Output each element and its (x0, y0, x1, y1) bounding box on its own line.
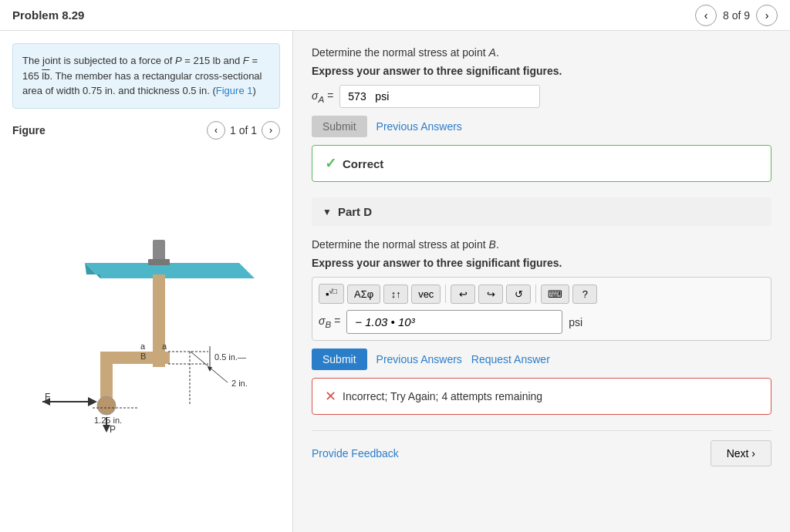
vec-icon: vec (418, 288, 434, 300)
figure-nav: ‹ 1 of 1 › (207, 121, 280, 140)
incorrect-box: ✕ Incorrect; Try Again; 4 attempts remai… (312, 378, 771, 415)
svg-marker-0 (85, 263, 255, 278)
math-editor: ▪√□ ΑΣφ ↕↑ vec ↩ ↪ (312, 277, 771, 341)
toolbar-separator (445, 285, 446, 303)
part-d-unit: psi (569, 316, 582, 328)
next-problem-button[interactable]: › (756, 5, 778, 26)
part-c-submit-button[interactable]: Submit (312, 116, 367, 137)
prev-problem-button[interactable]: ‹ (695, 5, 717, 26)
bottom-bar: Provide Feedback Next › (312, 430, 771, 466)
feedback-link[interactable]: Provide Feedback (312, 447, 399, 460)
incorrect-label: Incorrect; Try Again; 4 attempts remaini… (343, 390, 542, 402)
top-bar: Problem 8.29 ‹ 8 of 9 › (0, 0, 790, 31)
part-d-input[interactable] (346, 310, 562, 334)
matrix-icon: ▪√□ (326, 288, 337, 300)
right-panel: Determine the normal stress at point A. … (293, 31, 790, 532)
part-c-input[interactable] (339, 85, 540, 108)
checkmark-icon: ✓ (325, 155, 336, 172)
svg-point-7 (97, 396, 116, 415)
undo-icon: ↩ (459, 288, 468, 300)
part-c-actions: Submit Previous Answers (312, 116, 771, 137)
nav-controls: ‹ 8 of 9 › (695, 5, 778, 26)
request-answer-link[interactable]: Request Answer (471, 353, 550, 365)
arrows-button[interactable]: ↕↑ (383, 285, 408, 304)
svg-text:2 in.: 2 in. (231, 379, 248, 388)
left-panel: The joint is subjected to a force of P =… (0, 31, 293, 532)
vec-button[interactable]: vec (411, 285, 441, 304)
part-d-actions: Submit Previous Answers Request Answer (312, 348, 771, 370)
matrix-button[interactable]: ▪√□ (319, 284, 344, 304)
keyboard-icon: ⌨ (548, 288, 562, 300)
part-c-answer-row: σA = (312, 85, 771, 108)
figure-image: 0.5 in.— 2 in. F 1.25 in. (39, 232, 255, 433)
help-button[interactable]: ? (572, 285, 597, 304)
figure-prev-button[interactable]: ‹ (207, 121, 225, 140)
chevron-down-icon: ▼ (322, 207, 332, 217)
part-d-submit-button[interactable]: Submit (312, 348, 367, 370)
arrows-icon: ↕↑ (391, 288, 401, 300)
part-c-express: Express your answer to three significant… (312, 65, 771, 77)
x-icon: ✕ (325, 388, 336, 405)
figure-canvas: 0.5 in.— 2 in. F 1.25 in. (12, 146, 280, 520)
part-d-label: Part D (338, 205, 372, 218)
question-icon: ? (582, 288, 588, 300)
part-d-prev-answers-link[interactable]: Previous Answers (376, 353, 462, 365)
next-button[interactable]: Next › (711, 440, 771, 466)
main-layout: The joint is subjected to a force of P =… (0, 31, 790, 532)
refresh-button[interactable]: ↺ (506, 285, 531, 304)
toolbar-row: ▪√□ ΑΣφ ↕↑ vec ↩ ↪ (319, 284, 765, 304)
correct-label: Correct (343, 157, 383, 170)
problem-counter: 8 of 9 (723, 9, 750, 22)
redo-button[interactable]: ↪ (478, 285, 503, 304)
svg-text:B: B (140, 352, 146, 361)
redo-icon: ↪ (487, 288, 495, 300)
part-c-prev-answers-link[interactable]: Previous Answers (376, 120, 462, 133)
problem-title: Problem 8.29 (12, 8, 84, 22)
greek-button[interactable]: ΑΣφ (347, 285, 380, 304)
figure-section: Figure ‹ 1 of 1 › (12, 121, 280, 520)
svg-text:0.5 in.—: 0.5 in.— (214, 352, 246, 362)
figure-header: Figure ‹ 1 of 1 › (12, 121, 280, 140)
part-d-header[interactable]: ▼ Part D (312, 197, 771, 226)
keyboard-button[interactable]: ⌨ (541, 285, 569, 304)
correct-box: ✓ Correct (312, 145, 771, 182)
svg-rect-3 (148, 259, 170, 265)
part-c-section: Determine the normal stress at point A. … (312, 46, 771, 182)
undo-button[interactable]: ↩ (451, 285, 475, 304)
part-c-label: σA = (312, 89, 333, 104)
figure-counter: 1 of 1 (230, 124, 257, 136)
problem-text: The joint is subjected to a force of P =… (22, 55, 262, 96)
part-d-label: σB = (319, 315, 340, 329)
toolbar-separator-2 (535, 285, 536, 303)
problem-description: The joint is subjected to a force of P =… (12, 43, 280, 109)
part-d-express: Express your answer to three significant… (312, 257, 771, 269)
figure-next-button[interactable]: › (262, 121, 280, 140)
figure-title: Figure (12, 124, 46, 136)
figure-link[interactable]: Figure 1 (216, 85, 253, 96)
svg-text:1.25 in.: 1.25 in. (94, 416, 122, 425)
next-label: Next › (727, 447, 755, 460)
math-input-row: σB = psi (319, 310, 765, 334)
part-d-section: ▼ Part D Determine the normal stress at … (312, 197, 771, 415)
refresh-icon: ↺ (515, 288, 523, 300)
svg-text:P: P (110, 424, 116, 433)
svg-text:a: a (140, 342, 146, 351)
part-d-instruction: Determine the normal stress at point B. (312, 238, 771, 251)
greek-icon: ΑΣφ (354, 288, 373, 300)
svg-text:a: a (162, 342, 167, 351)
part-c-instruction: Determine the normal stress at point A. (312, 46, 771, 59)
